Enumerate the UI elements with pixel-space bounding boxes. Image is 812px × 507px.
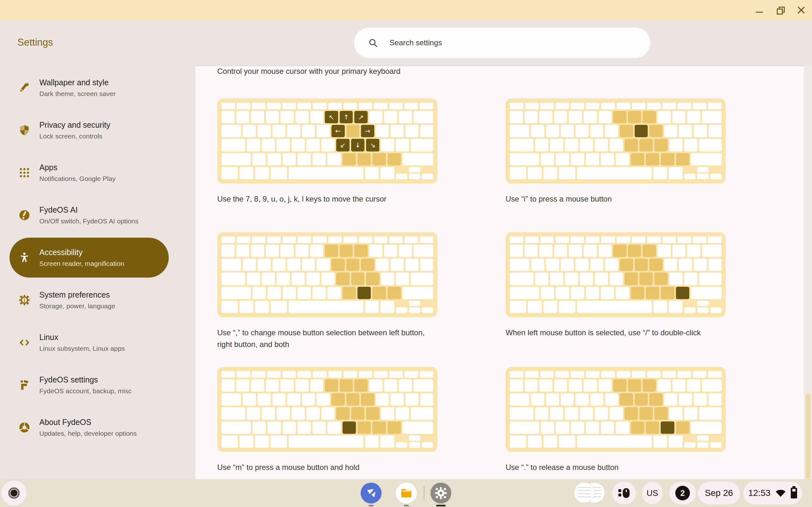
key	[281, 379, 294, 392]
key	[306, 273, 320, 285]
key	[586, 103, 600, 109]
key-9	[643, 111, 656, 123]
page-title: Settings	[17, 20, 53, 65]
key	[632, 236, 646, 243]
sidebar-item-wallpaper-and-style[interactable]: Wallpaper and style Dark theme, screen s…	[9, 68, 169, 108]
sidebar-item-title: Wallpaper and style	[39, 78, 115, 87]
arrow-key-cluster	[396, 301, 433, 313]
search-input[interactable]: Search settings	[354, 27, 650, 58]
key-9	[643, 379, 656, 392]
key	[289, 167, 363, 179]
key	[601, 287, 614, 299]
key	[647, 236, 661, 243]
key	[605, 125, 618, 137]
active-indicator	[436, 505, 446, 506]
shelf-app-fydeos-browser[interactable]	[361, 483, 382, 504]
key	[653, 301, 667, 313]
key	[691, 421, 722, 434]
key	[540, 236, 554, 243]
key	[381, 139, 394, 151]
key	[321, 139, 335, 151]
key	[539, 245, 553, 257]
key	[359, 103, 372, 109]
sidebar-item-accessibility[interactable]: Accessibility Screen reader, magnificati…	[9, 238, 169, 278]
key	[328, 103, 342, 109]
system-tray[interactable]: 12:53	[743, 482, 802, 504]
key	[310, 379, 323, 392]
key	[510, 379, 523, 392]
keyboard-layout-indicator[interactable]: US	[642, 482, 662, 504]
key	[599, 245, 612, 257]
date-display[interactable]: Sep 26	[698, 482, 740, 504]
sidebar-item-linux[interactable]: Linux Linux subsystem, Linux apps	[9, 323, 169, 362]
mouse-keys-tray-icon[interactable]	[612, 482, 636, 504]
key	[321, 273, 335, 285]
key	[243, 125, 256, 137]
key-7: ↖	[325, 111, 338, 123]
key-l	[366, 407, 379, 419]
sidebar-item-title: FydeOS AI	[39, 205, 138, 215]
key	[546, 259, 559, 271]
key	[571, 153, 584, 165]
sidebar-item-privacy-and-security[interactable]: Privacy and security Lock screen, contro…	[9, 110, 169, 150]
key-8	[628, 111, 641, 123]
key-/	[388, 421, 401, 434]
key	[376, 259, 389, 271]
key	[236, 111, 250, 123]
key	[565, 139, 578, 151]
key	[302, 259, 315, 271]
arrow-key-cluster	[396, 167, 433, 179]
shelf-app-settings[interactable]	[430, 483, 451, 504]
launcher-button[interactable]	[1, 481, 27, 506]
key	[258, 393, 271, 406]
key	[221, 421, 251, 434]
key	[571, 421, 584, 434]
key	[556, 421, 569, 434]
key	[672, 379, 686, 392]
key-i	[635, 125, 648, 137]
key-i	[635, 393, 648, 406]
sidebar-item-about-fydeos[interactable]: About FydeOS Updates, help, developer op…	[9, 407, 169, 447]
key-9	[354, 379, 368, 392]
key	[267, 236, 281, 243]
key	[510, 421, 539, 434]
notification-counter[interactable]: 2	[669, 482, 696, 504]
key	[687, 245, 700, 257]
key	[684, 407, 698, 419]
key	[270, 301, 287, 313]
key	[267, 371, 281, 378]
search-placeholder: Search settings	[390, 38, 442, 47]
key	[632, 103, 646, 109]
key	[403, 287, 433, 299]
shelf-app-files[interactable]	[396, 483, 417, 504]
key	[669, 301, 682, 313]
key	[243, 393, 256, 406]
close-icon[interactable]	[797, 6, 805, 14]
key	[510, 167, 526, 179]
key	[525, 379, 538, 392]
key	[510, 371, 523, 378]
key	[709, 125, 722, 137]
key	[287, 125, 300, 137]
key	[541, 287, 554, 299]
key	[380, 167, 394, 179]
key	[374, 236, 388, 243]
scrollbar-track[interactable]	[804, 65, 812, 479]
minimize-icon[interactable]	[755, 6, 763, 14]
key	[647, 371, 661, 378]
sidebar-item-subtitle: Notifications, Google Play	[39, 175, 115, 182]
key	[221, 287, 251, 299]
scrollbar-thumb[interactable]	[806, 394, 810, 479]
sidebar-item-system-preferences[interactable]: System preferences Storage, power, langu…	[9, 280, 169, 320]
sidebar-item-apps[interactable]: Apps Notifications, Google Play	[9, 153, 169, 193]
running-indicator	[368, 505, 374, 506]
sidebar-item-fydeos-ai[interactable]: FydeOS AI On/Off switch, FydeOS AI optio…	[9, 195, 169, 235]
key	[559, 301, 575, 313]
key	[708, 103, 722, 109]
restore-icon[interactable]	[776, 6, 784, 14]
key	[381, 273, 394, 285]
sidebar-item-fydeos-settings[interactable]: FydeOS settings FydeOS account, backup, …	[9, 365, 169, 405]
holding-space-icon[interactable]	[574, 483, 605, 504]
key	[420, 259, 434, 271]
key	[679, 125, 692, 137]
